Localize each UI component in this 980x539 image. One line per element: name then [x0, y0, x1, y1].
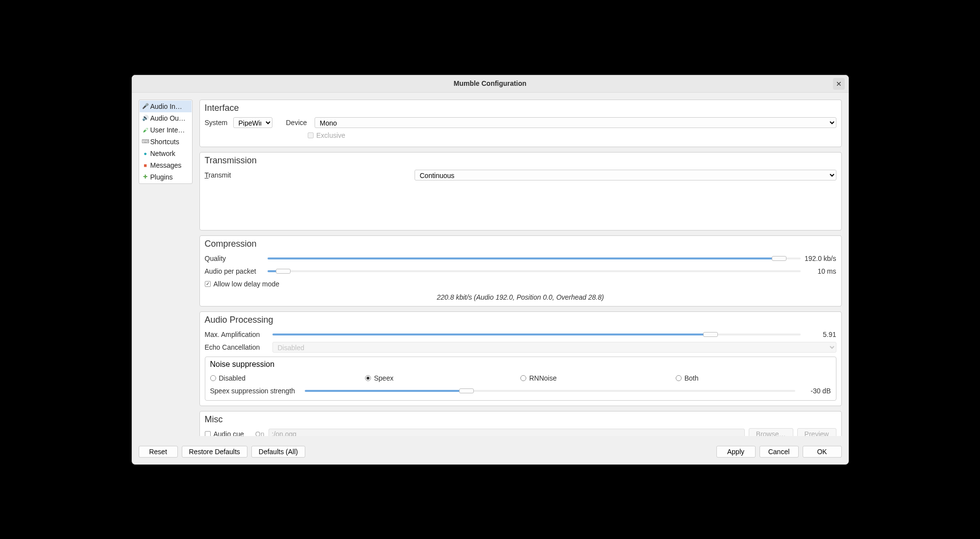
keyboard-icon: ⌨: [143, 139, 148, 145]
close-button[interactable]: ✕: [833, 78, 845, 90]
group-processing: Audio Processing Max. Amplification 5.91…: [199, 311, 842, 406]
sidebar-item-shortcuts[interactable]: ⌨Shortcuts: [140, 136, 192, 148]
transmit-select[interactable]: Continuous: [415, 170, 836, 180]
misc-title: Misc: [205, 414, 836, 425]
echo-label: Echo Cancellation: [205, 343, 269, 351]
noise-radio-rnnoise[interactable]: RNNoise: [520, 374, 676, 382]
window-body: 🎤Audio In… 🔊Audio Ou… 🖌User Inte… ⌨Short…: [132, 93, 849, 443]
compression-summary: 220.8 kbit/s (Audio 192.0, Position 0.0,…: [205, 290, 836, 301]
reset-button[interactable]: Reset: [139, 446, 178, 458]
puzzle-icon: ✚: [143, 174, 148, 180]
interface-title: Interface: [205, 103, 836, 113]
group-interface: Interface System PipeWire Device Mono: [199, 100, 842, 147]
packet-value: 10 ms: [805, 267, 836, 275]
processing-title: Audio Processing: [205, 315, 836, 325]
titlebar: Mumble Configuration ✕: [132, 75, 849, 93]
window-title: Mumble Configuration: [454, 79, 527, 87]
system-select[interactable]: PipeWire: [233, 117, 272, 128]
packet-label: Audio per packet: [205, 267, 264, 275]
sidebar-item-network[interactable]: ●Network: [140, 148, 192, 159]
sidebar-item-user-interface[interactable]: 🖌User Inte…: [140, 124, 192, 136]
transmission-title: Transmission: [205, 155, 836, 166]
noise-title: Noise suppression: [210, 360, 831, 369]
noise-radio-speex[interactable]: Speex: [365, 374, 520, 382]
ok-button[interactable]: OK: [803, 446, 842, 458]
apply-button[interactable]: Apply: [716, 446, 756, 458]
sidebar-item-messages[interactable]: ■Messages: [140, 159, 192, 171]
checkbox-icon: [308, 132, 314, 138]
sidebar-item-audio-output[interactable]: 🔊Audio Ou…: [140, 112, 192, 124]
quality-label: Quality: [205, 255, 264, 262]
amp-label: Max. Amplification: [205, 331, 269, 338]
noise-suppression-group: Noise suppression Disabled Speex RNNoise…: [205, 357, 836, 401]
restore-defaults-button[interactable]: Restore Defaults: [182, 446, 247, 458]
group-misc: Misc Audio cue On Browse… Preview Off Br…: [199, 411, 842, 436]
compression-title: Compression: [205, 239, 836, 249]
speaker-icon: 🔊: [143, 115, 148, 121]
defaults-all-button[interactable]: Defaults (All): [251, 446, 305, 458]
strength-slider[interactable]: [305, 387, 795, 394]
footer: Reset Restore Defaults Defaults (All) Ap…: [132, 443, 849, 464]
on-path-input: [269, 429, 745, 436]
exclusive-checkbox: Exclusive: [308, 131, 345, 139]
noise-radio-both[interactable]: Both: [676, 374, 831, 382]
mic-icon: 🎤: [143, 103, 148, 109]
amp-value: 5.91: [805, 331, 836, 338]
browse-on-button: Browse…: [749, 428, 793, 436]
group-transmission: Transmission Transmit Continuous: [199, 152, 842, 231]
checkbox-icon: ✓: [205, 281, 211, 287]
brush-icon: 🖌: [143, 127, 148, 133]
globe-icon: ●: [143, 151, 148, 156]
packet-slider[interactable]: [268, 268, 801, 275]
config-window: Mumble Configuration ✕ 🎤Audio In… 🔊Audio…: [131, 75, 849, 465]
audiocue-checkbox[interactable]: Audio cue: [205, 430, 249, 436]
cancel-button[interactable]: Cancel: [760, 446, 799, 458]
system-label: System: [205, 119, 229, 127]
content-area: Interface System PipeWire Device Mono: [199, 100, 842, 436]
lowdelay-checkbox[interactable]: ✓ Allow low delay mode: [205, 280, 280, 288]
sidebar: 🎤Audio In… 🔊Audio Ou… 🖌User Inte… ⌨Short…: [139, 100, 193, 184]
echo-select: Disabled: [272, 342, 836, 353]
message-icon: ■: [143, 162, 148, 168]
transmit-label: Transmit: [205, 171, 411, 179]
noise-radio-disabled[interactable]: Disabled: [210, 374, 366, 382]
quality-slider[interactable]: [268, 255, 801, 262]
group-compression: Compression Quality 192.0 kb/s Audio per…: [199, 235, 842, 307]
amp-slider[interactable]: [272, 331, 801, 338]
quality-value: 192.0 kb/s: [805, 255, 836, 262]
on-label: On: [253, 430, 265, 436]
strength-label: Speex suppression strength: [210, 387, 301, 395]
device-label: Device: [286, 119, 311, 127]
checkbox-icon: [205, 431, 211, 436]
sidebar-item-audio-input[interactable]: 🎤Audio In…: [140, 101, 192, 112]
strength-value: -30 dB: [799, 387, 831, 395]
device-select[interactable]: Mono: [315, 117, 836, 128]
preview-on-button: Preview: [797, 428, 836, 436]
sidebar-item-plugins[interactable]: ✚Plugins: [140, 171, 192, 183]
